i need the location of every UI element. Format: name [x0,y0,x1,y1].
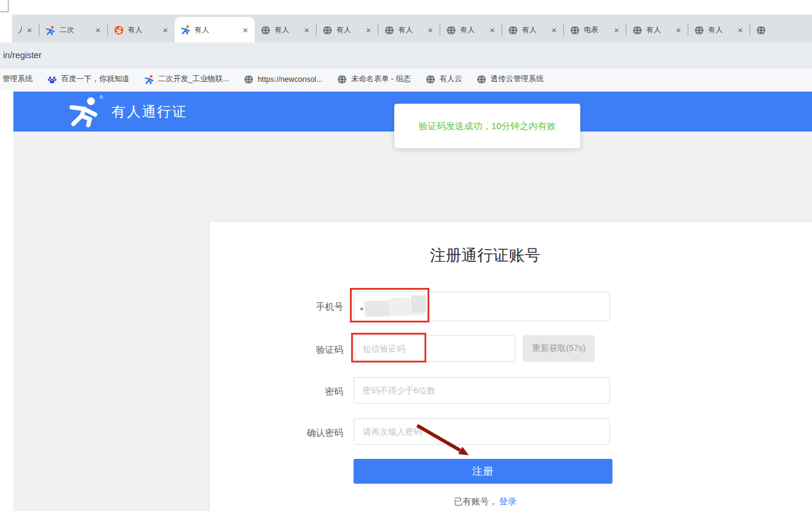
tab-title: 有人 [398,25,413,35]
usr-person-icon [45,25,55,35]
globe-icon [323,25,332,35]
globe-icon [446,25,456,35]
tab-youren-8[interactable]: 有人 × [440,18,502,42]
bookmark-label: 未命名表单 - 组态 [351,74,411,84]
usr-person-icon [144,75,154,84]
tab-youren-6[interactable]: 有人 × [317,18,378,42]
login-row: 已有账号，登录 [358,496,612,507]
globe-icon [477,75,486,84]
browser-bookmarks-bar: 管理系统 百度一下，你就知道 二次开发_工业物联... https://newc… [0,68,812,90]
tab-title: 有人 [275,25,289,35]
tab-title: 有人 [195,25,209,35]
browser-tab-strip: 人 × 二次 × 有人 × 有人 × 有人 × 有人 × 有人 × 有人 × [12,15,812,42]
tab-close-icon[interactable]: × [162,25,169,35]
usr-person-icon [181,25,190,35]
password-label: 密码 [264,386,343,398]
globe-icon [694,25,704,35]
header-brand-title: 有人通行证 [112,102,187,121]
tab-partial-left[interactable]: 人 × [12,18,39,42]
phone-label: 手机号 [264,301,343,313]
tab-youren-orange[interactable]: 有人 × [108,18,175,42]
bookmark-unnamed-form[interactable]: 未命名表单 - 组态 [337,74,411,84]
bookmark-label: 有人云 [440,74,463,84]
bookmark-label: 百度一下，你就知道 [61,74,130,84]
bookmark-management-system[interactable]: 管理系统 [2,74,33,84]
tab-title: 二次 [59,25,74,35]
tab-youren-7[interactable]: 有人 × [378,18,440,42]
tab-close-icon[interactable]: × [613,25,620,35]
confirm-password-input[interactable] [354,418,610,445]
globe-icon [384,25,394,35]
bookmark-label: 二次开发_工业物联... [158,74,229,84]
bookmark-label: 管理系统 [2,74,33,84]
bookmark-newconsole[interactable]: https://newconsol... [244,75,323,84]
bookmark-baidu[interactable]: 百度一下，你就知道 [47,74,130,84]
globe-icon [426,75,435,84]
tab-close-icon[interactable]: × [675,25,682,35]
toast-success-text: 验证码发送成功，10分钟之内有效 [418,121,556,132]
annotation-red-box-phone [350,288,429,322]
tab-dianbiao[interactable]: 电表 × [564,18,626,42]
tab-title: 有人 [128,25,143,35]
tab-close-icon[interactable]: × [26,25,33,35]
toast-message-box: 验证码发送成功，10分钟之内有效 [394,104,580,149]
resend-code-button[interactable]: 重新获取(57s) [523,335,595,362]
tab-youren-5[interactable]: 有人 × [255,18,316,42]
header-brand[interactable]: ® 有人通行证 [67,95,187,128]
tab-partial-right[interactable] [750,18,812,42]
globe-icon [632,25,642,35]
tab-close-icon[interactable]: × [427,25,434,35]
bookmark-label: https://newconsol... [258,75,323,84]
browser-address-bar[interactable]: in/register [0,42,812,68]
tab-youren-9[interactable]: 有人 × [502,18,563,42]
form-title: 注册通行证账号 [358,245,612,266]
globe-icon [570,25,580,35]
confirm-password-label: 确认密码 [264,427,343,439]
usr-orange-badge-icon [114,25,124,35]
tab-close-icon[interactable]: × [737,25,743,35]
registered-trademark-mark: ® [99,95,103,100]
screenshot-crop-corner-mark [0,0,8,12]
annotation-arrow [410,421,477,461]
bookmark-label: 透传云管理系统 [491,74,544,84]
tab-title: 有人 [646,25,661,35]
tab-close-icon[interactable]: × [242,25,249,35]
login-prefix-text: 已有账号， [454,496,498,506]
globe-icon [756,25,766,35]
globe-icon [244,75,253,84]
bookmark-youren-cloud[interactable]: 有人云 [426,74,463,84]
tab-youren-12[interactable]: 有人 × [688,18,750,42]
register-button[interactable]: 注册 [354,459,612,484]
login-link[interactable]: 登录 [499,496,517,506]
tab-active-youren-register[interactable]: 有人 × [175,17,255,42]
address-url-text[interactable]: in/register [0,50,42,60]
globe-icon [508,25,518,35]
password-input[interactable] [354,377,610,404]
bookmark-secondary-dev[interactable]: 二次开发_工业物联... [144,74,229,84]
tab-title: 有人 [460,25,475,35]
bookmark-transparent-cloud[interactable]: 透传云管理系统 [477,74,544,84]
tab-close-icon[interactable]: × [551,25,557,35]
tab-close-icon[interactable]: × [303,25,310,35]
baidu-paw-icon [47,75,57,84]
tab-title: 人 [18,25,22,35]
globe-icon [261,25,270,35]
tab-title: 有人 [337,25,351,35]
tab-youren-11[interactable]: 有人 × [626,18,688,42]
usr-logo-icon: ® [67,96,101,127]
screenshot-root: { "browser": { "tab_close": "×", "tabs":… [0,0,812,511]
tab-title: 电表 [584,25,599,35]
tab-title: 有人 [708,25,723,35]
tab-close-icon[interactable]: × [95,25,101,35]
globe-icon [337,75,347,84]
code-label: 验证码 [264,344,343,356]
tab-close-icon[interactable]: × [489,25,495,35]
tab-secondary-dev[interactable]: 二次 × [39,18,107,42]
tab-title: 有人 [522,25,537,35]
annotation-red-box-code [351,333,426,362]
tab-close-icon[interactable]: × [365,25,372,35]
